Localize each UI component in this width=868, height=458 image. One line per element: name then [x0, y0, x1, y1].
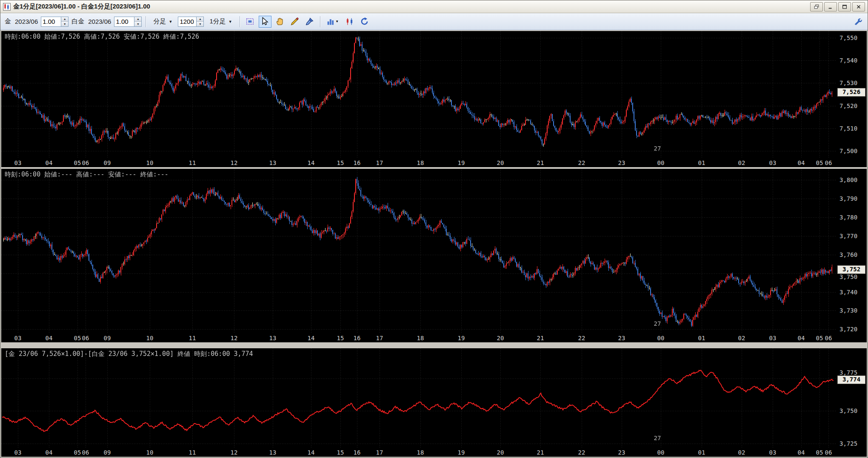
date-label: 27: [654, 320, 661, 327]
x-axis-label: 23: [618, 159, 625, 166]
marker-pin-tool-button[interactable]: [303, 16, 316, 28]
gold-chart-canvas[interactable]: [1, 31, 836, 158]
x-axis-label: 06: [82, 159, 89, 166]
x-axis-label: 05: [816, 449, 823, 456]
chart-region-select-button[interactable]: [244, 16, 257, 28]
chart-type-menu-button[interactable]: ▼: [324, 16, 341, 28]
x-axis-label: 11: [189, 449, 196, 456]
x-axis-label: 01: [698, 335, 705, 341]
x-axis-label: 17: [376, 335, 383, 341]
pointer-tool-button[interactable]: [259, 16, 271, 28]
x-axis-label: 19: [458, 449, 465, 456]
gold-time-axis[interactable]: 0304050609101112131415161718192021222300…: [1, 158, 867, 167]
x-axis-label: 03: [769, 335, 777, 341]
pencil-tool-button[interactable]: [288, 16, 301, 28]
maximize-button[interactable]: [838, 2, 851, 11]
platinum-price-axis[interactable]: 3,752 3,8003,7903,7803,7703,7603,7503,74…: [836, 169, 867, 333]
bar-type-dropdown[interactable]: 分足 ▼: [150, 16, 176, 27]
platinum-time-axis[interactable]: 0304050609101112131415161718192021222300…: [1, 333, 867, 342]
float-window-button[interactable]: [810, 2, 823, 11]
x-axis-label: 20: [497, 449, 504, 456]
candle-style-button[interactable]: [343, 16, 356, 28]
x-axis-label: 11: [189, 159, 196, 166]
x-axis-label: 06: [825, 335, 832, 341]
gold-ohlc-info: 時刻:06:00 始値:7,526 高値:7,526 安値:7,526 終値:7…: [5, 33, 199, 41]
panel-splitter[interactable]: [1, 342, 867, 348]
y-axis-label: 7,540: [839, 57, 857, 64]
gold-multiplier-down-button[interactable]: ▼: [61, 21, 68, 26]
spin-down-icon: ▼: [137, 23, 140, 26]
region-select-icon: [246, 17, 254, 26]
spread-info: [金 23/06 7,526×1.00]-[白金 23/06 3,752×1.0…: [5, 350, 253, 358]
gold-multiplier-up-button[interactable]: ▲: [61, 17, 68, 22]
refresh-button[interactable]: [358, 16, 371, 28]
x-axis-label: 04: [46, 335, 53, 341]
x-axis-label: 18: [417, 159, 424, 166]
bar-type-value: 分足: [153, 17, 166, 26]
platinum-multiplier-input[interactable]: [114, 17, 134, 26]
x-axis-label: 19: [458, 159, 465, 166]
settings-wrench-button[interactable]: [851, 16, 864, 28]
x-axis-label: 03: [769, 159, 777, 166]
x-axis-label: 01: [698, 159, 705, 166]
x-axis-label: 00: [657, 335, 665, 341]
x-axis-label: 05: [816, 159, 823, 166]
platinum-contract-label: 2023/06: [87, 18, 112, 25]
x-axis-label: 14: [308, 449, 315, 456]
interval-dropdown[interactable]: 1分足 ▼: [206, 16, 235, 27]
gold-price-axis[interactable]: 7,526 7,5507,5407,5307,5207,5107,500: [836, 31, 867, 158]
gold-symbol-label: 金: [4, 17, 12, 26]
bar-count-input[interactable]: [178, 17, 196, 26]
x-axis-label: 02: [738, 449, 745, 456]
x-axis-label: 09: [104, 159, 111, 166]
x-axis-label: 04: [46, 449, 53, 456]
spread-chart-canvas[interactable]: [1, 348, 836, 447]
bar-count-up-button[interactable]: ▲: [197, 17, 203, 22]
platinum-chart-panel: 時刻:06:00 始値:--- 高値:--- 安値:--- 終値:--- 3,7…: [1, 169, 867, 342]
x-axis-label: 21: [537, 449, 544, 456]
bar-count-down-button[interactable]: ▼: [197, 21, 203, 26]
maximize-icon: [842, 4, 848, 10]
x-axis-label: 17: [376, 159, 383, 166]
x-axis-label: 10: [146, 449, 154, 456]
x-axis-label: 18: [417, 449, 424, 456]
y-axis-label: 3,800: [839, 176, 857, 183]
x-axis-label: 09: [104, 449, 111, 456]
spread-chart-panel: [金 23/06 7,526×1.00]-[白金 23/06 3,752×1.0…: [1, 348, 867, 457]
spin-up-icon: ▲: [199, 17, 202, 20]
spin-up-icon: ▲: [137, 17, 140, 20]
gold-multiplier-spinner: ▲ ▼: [41, 17, 69, 27]
cursor-icon: [260, 17, 269, 26]
toolbar-separator: [240, 16, 240, 27]
y-axis-label: 7,550: [839, 34, 857, 41]
toolbar-separator: [320, 16, 320, 27]
pencil-icon: [290, 17, 299, 26]
minimize-button[interactable]: [824, 2, 837, 11]
gold-multiplier-input[interactable]: [41, 17, 61, 26]
x-axis-label: 12: [231, 335, 238, 341]
x-axis-label: 23: [618, 449, 625, 456]
x-axis-label: 20: [497, 335, 504, 341]
spread-time-axis[interactable]: 0304050609101112131415161718192021222300…: [1, 447, 867, 457]
x-axis-label: 18: [417, 335, 424, 341]
platinum-chart-canvas[interactable]: [1, 169, 836, 333]
close-button[interactable]: [852, 2, 865, 11]
bar-chart-icon: [326, 17, 335, 26]
hand-tool-button[interactable]: [274, 16, 286, 28]
platinum-multiplier-up-button[interactable]: ▲: [134, 17, 141, 22]
x-axis-label: 02: [738, 335, 745, 341]
y-axis-label: 3,780: [839, 214, 857, 221]
platinum-multiplier-down-button[interactable]: ▼: [134, 21, 141, 26]
x-axis-label: 22: [578, 159, 585, 166]
x-axis-label: 06: [825, 449, 832, 456]
bar-count-spinner: ▲ ▼: [178, 17, 204, 27]
y-axis-label: 3,775: [839, 369, 857, 376]
platinum-multiplier-spinner: ▲ ▼: [114, 17, 142, 27]
spread-last-price-badge: 3,774: [837, 376, 865, 384]
y-axis-label: 3,740: [839, 289, 857, 296]
y-axis-label: 7,530: [839, 80, 857, 86]
x-axis-label: 16: [354, 159, 361, 166]
spread-price-axis[interactable]: 3,774 3,7753,7503,725: [836, 348, 867, 447]
y-axis-label: 3,750: [839, 273, 857, 280]
title-bar[interactable]: 金1分足[2023/06]1.00 - 白金1分足[2023/06]1.00: [0, 0, 868, 13]
